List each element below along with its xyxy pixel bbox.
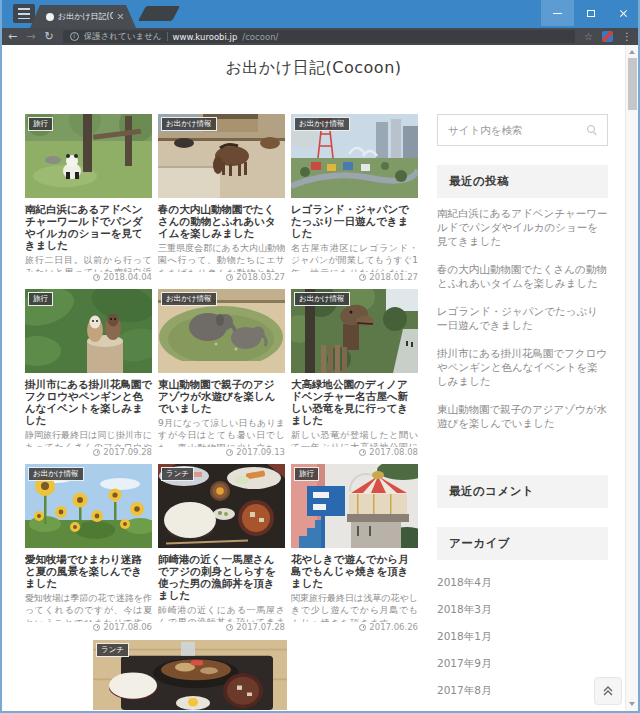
post-title[interactable]: 師崎港の近く一馬屋さんでアジの刺身としらすを使った男の漁師丼を頂きました bbox=[158, 553, 285, 601]
close-button[interactable] bbox=[607, 0, 640, 26]
maximize-button[interactable] bbox=[574, 0, 607, 26]
category-badge[interactable]: お出かけ情報 bbox=[294, 292, 350, 306]
clock-icon bbox=[226, 274, 233, 281]
category-badge[interactable]: 旅行 bbox=[28, 117, 53, 131]
tab-list-icon[interactable] bbox=[13, 4, 35, 23]
post-card: 旅行 南紀白浜にあるアドベンチャーワールドでパンダやイルカのショーを見てきました… bbox=[25, 114, 152, 282]
post-title[interactable]: 愛知牧場でひまわり迷路と夏の風景を楽しんできました bbox=[25, 553, 152, 589]
post-date: 2017.07.28 bbox=[226, 622, 285, 632]
post-date: 2017.08.08 bbox=[359, 447, 418, 457]
post-thumbnail-sunflowers[interactable]: お出かけ情報 bbox=[25, 464, 152, 548]
url-separator bbox=[167, 32, 168, 41]
browser-toolbar: ← → ↻ 保護されていません www.kuroobi.jp /cocoon/ … bbox=[0, 28, 640, 45]
category-badge[interactable]: ランチ bbox=[161, 467, 194, 481]
post-thumbnail-owls[interactable]: 旅行 bbox=[25, 289, 152, 373]
post-excerpt: 9月になって涼しい日もありますが今日はとても暑い日でした。東山動物園に少し立ち寄… bbox=[158, 417, 285, 447]
post-excerpt: 静岡旅行最終日は同じ掛川市にあってたくさんのフクロウやインコと一緒に遊ぶことがで… bbox=[25, 429, 152, 447]
post-card: 旅行 花やしきで遊んでから月島でもんじゃ焼きを頂きました 関東旅行最終日は浅草の… bbox=[291, 464, 418, 632]
close-icon bbox=[619, 9, 628, 18]
archive-link[interactable]: 2018年1月 bbox=[437, 629, 608, 643]
post-thumbnail-elephants[interactable]: お出かけ情報 bbox=[158, 289, 285, 373]
post-date: 2017.06.26 bbox=[359, 622, 418, 632]
post-date: 2018.03.27 bbox=[226, 272, 285, 282]
clock-icon bbox=[93, 449, 100, 456]
recent-post-link[interactable]: 南紀白浜にあるアドベンチャーワールドでパンダやイルカのショーを見てきました bbox=[437, 206, 608, 248]
clock-icon bbox=[226, 449, 233, 456]
post-title[interactable]: 花やしきで遊んでから月島でもんじゃ焼きを頂きました bbox=[291, 553, 418, 589]
search-icon[interactable] bbox=[587, 125, 595, 133]
post-excerpt: 旅行二日目。以前から行ってみたいと思っていた南紀白浜にあるアドベンチャーワールド… bbox=[25, 254, 152, 272]
recent-post-link[interactable]: レゴランド・ジャパンでたっぷり一日遊んできました bbox=[437, 304, 608, 332]
minimize-button[interactable] bbox=[541, 0, 574, 26]
archive-link[interactable]: 2017年7月 bbox=[437, 710, 608, 711]
post-thumbnail-fisherman-bowl[interactable]: ランチ bbox=[158, 464, 285, 548]
address-bar[interactable]: 保護されていません www.kuroobi.jp /cocoon/ bbox=[63, 30, 575, 43]
recent-comments-heading: 最近のコメント bbox=[437, 475, 608, 508]
post-title[interactable]: 春の大内山動物園でたくさんの動物とふれあいタイムを楽しみました bbox=[158, 203, 285, 239]
post-date: 2017.09.13 bbox=[226, 447, 285, 457]
window-controls bbox=[541, 0, 640, 26]
post-title[interactable]: 南紀白浜にあるアドベンチャーワールドでパンダやイルカのショーを見てきました bbox=[25, 203, 152, 251]
double-chevron-up-icon bbox=[602, 685, 614, 697]
clock-icon bbox=[93, 274, 100, 281]
post-date: 2018.04.04 bbox=[93, 272, 152, 282]
archive-link[interactable]: 2018年4月 bbox=[437, 575, 608, 589]
post-title[interactable]: レゴランド・ジャパンでたっぷり一日遊んできました bbox=[291, 203, 418, 239]
post-thumbnail-ponies[interactable]: お出かけ情報 bbox=[158, 114, 285, 198]
reload-icon[interactable]: ↻ bbox=[44, 28, 53, 45]
bookmark-star-icon[interactable]: ☆ bbox=[584, 31, 593, 42]
post-title[interactable]: 東山動物園で親子のアジアゾウが水遊びを楽しんでいました bbox=[158, 378, 285, 414]
archive-heading: アーカイブ bbox=[437, 527, 608, 560]
post-excerpt: 関東旅行最終日は浅草の花やしきで少し遊んでから月島でもんじゃ焼きを頂きます。・浅… bbox=[291, 592, 418, 622]
browser-window: お出かけ日記(Cocoon) | 遊 ← → ↻ 保護されていません www.k… bbox=[0, 0, 640, 713]
browser-tab[interactable]: お出かけ日記(Cocoon) | 遊 bbox=[30, 5, 136, 28]
recent-post-link[interactable]: 春の大内山動物園でたくさんの動物とふれあいタイムを楽しみました bbox=[437, 262, 608, 290]
site-search bbox=[437, 114, 608, 146]
back-icon[interactable]: ← bbox=[8, 28, 17, 45]
category-badge[interactable]: お出かけ情報 bbox=[28, 467, 84, 481]
tab-title: お出かけ日記(Cocoon) | 遊 bbox=[58, 11, 113, 22]
tab-favicon-icon bbox=[46, 13, 54, 21]
scroll-down-icon[interactable] bbox=[626, 698, 638, 710]
scrollbar-thumb[interactable] bbox=[628, 58, 637, 110]
post-excerpt: 新しい恐竜が登場したと聞いて一年ぶりに大高緑地公園にあるディノアドベンチャー名古… bbox=[291, 429, 418, 447]
browser-menu-icon[interactable]: ⋮ bbox=[622, 31, 632, 42]
sidebar: 最近の投稿 南紀白浜にあるアドベンチャーワールドでパンダやイルカのショーを見てき… bbox=[437, 114, 608, 711]
post-title[interactable]: 大高緑地公園のディノアドベンチャー名古屋へ新しい恐竜を見に行ってきました bbox=[291, 378, 418, 426]
post-thumbnail-dinosaur[interactable]: お出かけ情報 bbox=[291, 289, 418, 373]
archive-list: 2018年4月 2018年3月 2018年1月 2017年9月 2017年8月 … bbox=[437, 575, 608, 711]
recent-post-link[interactable]: 掛川市にある掛川花鳥園でフクロウやペンギンと色んなイベントを楽しみました bbox=[437, 346, 608, 388]
category-badge[interactable]: お出かけ情報 bbox=[161, 117, 217, 131]
scroll-up-icon[interactable] bbox=[626, 46, 638, 58]
archive-link[interactable]: 2018年3月 bbox=[437, 602, 608, 616]
post-title[interactable]: 掛川市にある掛川花鳥園でフクロウやペンギンと色んなイベントを楽しみました bbox=[25, 378, 152, 426]
extension-icon[interactable] bbox=[602, 31, 613, 42]
recent-post-link[interactable]: 東山動物園で親子のアジアゾウが水遊びを楽しんでいました bbox=[437, 402, 608, 430]
tab-close-icon[interactable] bbox=[117, 13, 124, 20]
new-tab-button[interactable] bbox=[138, 6, 180, 21]
post-card: ランチ 師崎港の近く一馬屋さんでアジの刺身としらすを使った男の漁師丼を頂きました… bbox=[158, 464, 285, 632]
post-thumbnail-lunch-large[interactable]: ランチ bbox=[93, 640, 287, 710]
post-excerpt: 愛知牧場は季節の花で迷路を作ってくれるのですが、今は夏ということでひまわりで作ら… bbox=[25, 592, 152, 622]
category-badge[interactable]: ランチ bbox=[96, 643, 129, 657]
recent-posts-heading: 最近の投稿 bbox=[437, 165, 608, 198]
search-input[interactable] bbox=[438, 115, 607, 145]
minimize-icon bbox=[553, 13, 562, 14]
category-badge[interactable]: お出かけ情報 bbox=[294, 117, 350, 131]
scrollbar[interactable] bbox=[625, 45, 638, 711]
archive-link[interactable]: 2017年8月 bbox=[437, 683, 608, 697]
archive-link[interactable]: 2017年9月 bbox=[437, 656, 608, 670]
post-thumbnail-legoland[interactable]: お出かけ情報 bbox=[291, 114, 418, 198]
clock-icon bbox=[93, 624, 100, 631]
back-to-top-button[interactable] bbox=[594, 677, 622, 705]
post-thumbnail-hanayashiki[interactable]: 旅行 bbox=[291, 464, 418, 548]
category-badge[interactable]: お出かけ情報 bbox=[161, 292, 217, 306]
forward-icon[interactable]: → bbox=[26, 28, 35, 45]
post-excerpt: 師崎港の近くにある一馬屋さんで男の漁師丼を頂いてきました。店内は席とお座敷があり… bbox=[158, 604, 285, 622]
post-thumbnail-panda[interactable]: 旅行 bbox=[25, 114, 152, 198]
category-badge[interactable]: 旅行 bbox=[28, 292, 53, 306]
category-badge[interactable]: 旅行 bbox=[294, 467, 319, 481]
site-info-icon[interactable] bbox=[70, 32, 79, 41]
site-title[interactable]: お出かけ日記(Cocoon) bbox=[2, 45, 638, 79]
recent-posts-list: 南紀白浜にあるアドベンチャーワールドでパンダやイルカのショーを見てきました 春の… bbox=[437, 206, 608, 430]
